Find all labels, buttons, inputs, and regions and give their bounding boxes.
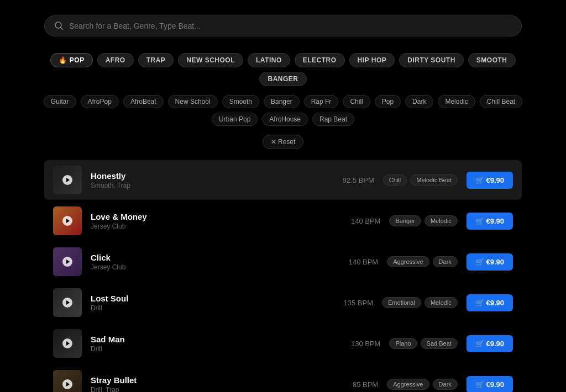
beat-tags: PianoSad Beat — [389, 338, 457, 349]
beat-tag: Chill — [383, 174, 407, 186]
beat-tag: Sad Beat — [421, 338, 458, 349]
sub-tag-smooth[interactable]: Smooth — [222, 95, 259, 108]
beat-row[interactable]: Love & MoneyJersey Club140 BPMBangerMelo… — [44, 201, 522, 241]
beat-tags: AggressiveDark — [387, 256, 458, 267]
beat-tag: Piano — [389, 338, 417, 349]
beat-tag: Dark — [433, 379, 458, 390]
beat-thumbnail — [53, 329, 82, 358]
buy-button[interactable]: 🛒 €9.90 — [467, 335, 513, 352]
search-input[interactable] — [69, 22, 511, 30]
sub-tag-afrohouse[interactable]: AfroHouse — [262, 113, 308, 126]
reset-container: ✕ Reset — [0, 129, 566, 160]
search-bar[interactable] — [44, 15, 522, 36]
beats-list: HonestlySmooth, Trap92.5 BPMChillMelodic… — [0, 160, 566, 392]
genre-tag-new_school[interactable]: NEW SCHOOL — [178, 53, 243, 67]
beat-thumbnail — [53, 288, 82, 317]
beat-thumbnail — [53, 370, 82, 392]
genre-tag-afro[interactable]: AFRO — [97, 53, 134, 67]
beat-genre: Jersey Club — [91, 223, 333, 230]
beat-tag: Emotional — [382, 297, 421, 308]
buy-button[interactable]: 🛒 €9.90 — [467, 213, 513, 230]
beat-tags: AggressiveDark — [387, 379, 458, 390]
beat-tag: Aggressive — [387, 256, 429, 267]
beat-genre: Drill, Trap — [91, 386, 331, 393]
svg-line-1 — [61, 28, 63, 30]
genre-tag-electro[interactable]: ELECTRO — [295, 53, 345, 67]
sub-tag-melodic[interactable]: Melodic — [438, 95, 475, 108]
beat-thumbnail — [53, 206, 82, 235]
reset-button[interactable]: ✕ Reset — [263, 135, 304, 149]
buy-button[interactable]: 🛒 €9.90 — [467, 172, 513, 189]
beat-row[interactable]: Stray BulletDrill, Trap85 BPMAggressiveD… — [44, 364, 522, 392]
search-icon — [55, 22, 64, 30]
genre-tag-pop[interactable]: 🔥 POP — [50, 53, 92, 67]
beat-tags: EmotionalMelodic — [382, 297, 458, 308]
buy-button[interactable]: 🛒 €9.90 — [467, 294, 513, 311]
sub-tag-new-school[interactable]: New School — [168, 95, 218, 108]
buy-button[interactable]: 🛒 €9.90 — [467, 376, 513, 393]
beat-tag: Melodic — [424, 215, 458, 226]
buy-button[interactable]: 🛒 €9.90 — [467, 253, 513, 271]
beat-row[interactable]: Lost SoulDrill135 BPMEmotionalMelodic🛒 €… — [44, 283, 522, 322]
beat-title: Lost Soul — [91, 294, 326, 303]
beat-info: HonestlySmooth, Trap — [91, 171, 327, 189]
sub-tag-chill-beat[interactable]: Chill Beat — [480, 95, 522, 108]
beat-thumbnail — [53, 166, 82, 194]
genre-filters: 🔥 POPAFROTRAPNEW SCHOOLLATINOELECTROHIP … — [0, 47, 566, 91]
genre-tag-hip_hop[interactable]: HIP HOP — [349, 53, 395, 67]
beat-tag: Dark — [433, 256, 458, 267]
play-icon[interactable] — [62, 379, 72, 389]
play-icon[interactable] — [62, 216, 72, 226]
beat-thumbnail — [53, 247, 82, 276]
beat-bpm: 130 BPM — [342, 340, 380, 348]
beat-bpm: 92.5 BPM — [336, 176, 374, 184]
beat-title: Love & Money — [91, 212, 333, 221]
beat-info: Stray BulletDrill, Trap — [91, 375, 331, 393]
sub-tag-afropop[interactable]: AfroPop — [81, 95, 119, 108]
beat-genre: Smooth, Trap — [91, 182, 327, 189]
beat-title: Honestly — [91, 171, 327, 181]
sub-tag-chill[interactable]: Chill — [343, 95, 370, 108]
beat-info: Love & MoneyJersey Club — [91, 212, 333, 230]
play-icon[interactable] — [62, 298, 72, 308]
beat-genre: Jersey Club — [91, 263, 331, 271]
sub-tag-dark[interactable]: Dark — [405, 95, 433, 108]
genre-tag-trap[interactable]: TRAP — [138, 53, 174, 67]
sub-tag-rap-beat[interactable]: Rap Beat — [312, 113, 354, 126]
beat-genre: Drill — [91, 304, 326, 312]
genre-tag-smooth[interactable]: SMOOTH — [468, 53, 516, 67]
sub-tag-banger[interactable]: Banger — [264, 95, 300, 108]
beat-row[interactable]: ClickJersey Club140 BPMAggressiveDark🛒 €… — [44, 242, 522, 282]
beat-info: ClickJersey Club — [91, 253, 331, 271]
beat-title: Click — [91, 253, 331, 262]
play-icon[interactable] — [62, 175, 72, 185]
genre-tag-banger[interactable]: BANGER — [259, 72, 306, 86]
beat-tag: Banger — [389, 215, 421, 226]
beat-row[interactable]: HonestlySmooth, Trap92.5 BPMChillMelodic… — [44, 160, 522, 200]
beat-title: Stray Bullet — [91, 375, 331, 385]
beat-tags: ChillMelodic Beat — [383, 174, 458, 186]
sub-tag-pop[interactable]: Pop — [375, 95, 401, 108]
search-bar-container — [0, 0, 566, 47]
sub-tag-urban-pop[interactable]: Urban Pop — [212, 113, 258, 126]
beat-tag: Melodic Beat — [410, 174, 458, 186]
sub-filters: GuitarAfroPopAfroBeatNew SchoolSmoothBan… — [0, 91, 566, 129]
play-icon[interactable] — [62, 257, 72, 267]
beat-title: Sad Man — [91, 335, 333, 344]
sub-tag-afrobeat[interactable]: AfroBeat — [123, 95, 164, 108]
beat-info: Lost SoulDrill — [91, 294, 326, 312]
beat-tag: Melodic — [424, 297, 458, 308]
beat-genre: Drill — [91, 345, 333, 353]
beat-info: Sad ManDrill — [91, 335, 333, 353]
beat-bpm: 140 BPM — [342, 217, 380, 225]
beat-row[interactable]: Sad ManDrill130 BPMPianoSad Beat🛒 €9.90 — [44, 324, 522, 363]
beat-bpm: 85 BPM — [339, 380, 378, 389]
play-icon[interactable] — [62, 338, 72, 348]
genre-tag-dirty_south[interactable]: DIRTY SOUTH — [399, 53, 464, 67]
beat-bpm: 140 BPM — [339, 258, 378, 266]
beat-tag: Aggressive — [387, 379, 429, 390]
sub-tag-rap-fr[interactable]: Rap Fr — [304, 95, 339, 108]
beat-tags: BangerMelodic — [389, 215, 457, 226]
genre-tag-latino[interactable]: LATINO — [248, 53, 290, 67]
sub-tag-guitar[interactable]: Guitar — [44, 95, 76, 108]
